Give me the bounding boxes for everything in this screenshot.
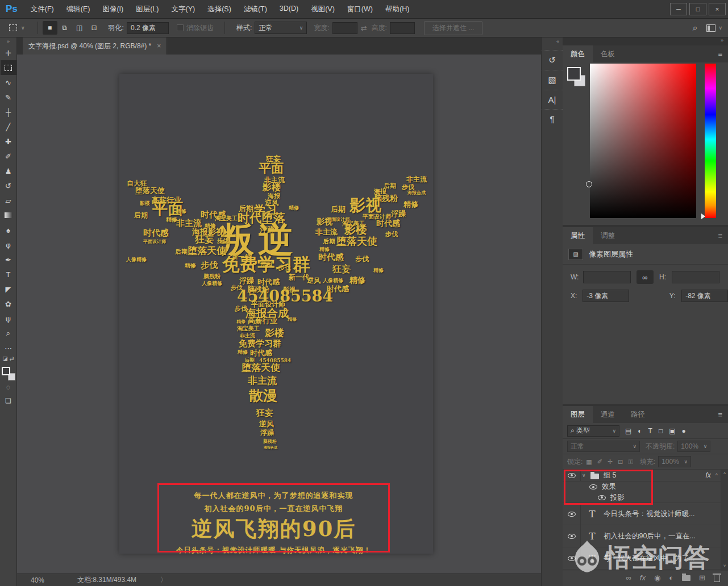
height-input[interactable] <box>390 22 415 34</box>
lock-artboard-icon[interactable]: ⊡ <box>618 458 623 466</box>
status-arrow-icon[interactable]: 〉 <box>160 575 167 585</box>
quick-mask-button[interactable]: ◌ <box>6 380 10 394</box>
eyedropper-tool[interactable]: ╱ <box>1 119 16 134</box>
custom-shape-tool[interactable]: ✿ <box>1 296 16 311</box>
dodge-tool[interactable]: φ <box>1 237 16 252</box>
workspace-icon[interactable] <box>706 24 715 32</box>
adjustment-icon[interactable]: ◐ <box>669 574 673 582</box>
properties-tab-1[interactable]: 属性 <box>563 227 593 244</box>
dock-collapse-icon[interactable]: « <box>542 37 563 45</box>
color-tab-2[interactable]: 色板 <box>593 45 623 62</box>
blur-tool[interactable]: ♠ <box>1 223 16 237</box>
fx-badge[interactable]: fx <box>705 471 710 479</box>
hue-slider-pointer[interactable] <box>701 214 705 219</box>
close-button[interactable]: × <box>709 3 726 15</box>
layer-row[interactable]: T初入社会的90后中，一直在... <box>563 525 728 547</box>
y-field[interactable]: -82 像素 <box>681 290 728 302</box>
eye-icon[interactable] <box>568 512 576 517</box>
edit-toolbar[interactable]: ⋯ <box>1 341 16 355</box>
layer-row[interactable]: T今日头条号：视觉设计师暖... <box>563 503 728 525</box>
menu-item-4[interactable]: 图层(L) <box>130 5 165 14</box>
select-and-mask-button[interactable]: 选择并遮住 ... <box>424 21 482 35</box>
styles-panel-icon[interactable]: ▧ <box>542 70 563 85</box>
layers-panel-menu-icon[interactable]: ≡ <box>712 406 728 423</box>
swap-dimensions-icon[interactable]: ⇄ <box>361 24 367 32</box>
height-field[interactable] <box>672 271 719 283</box>
clone-stamp-tool[interactable]: ♟ <box>1 164 16 178</box>
zoom-tool[interactable]: ⌕ <box>1 326 16 341</box>
properties-panel-menu-icon[interactable]: ≡ <box>712 227 728 244</box>
selection-mode-button-3[interactable]: ◫ <box>72 21 87 35</box>
selection-mode-button-1[interactable]: ■ <box>43 21 57 35</box>
layers-scrollbar[interactable]: ˄ ˅ <box>721 470 728 571</box>
lock-all-icon[interactable]: ⚿ <box>628 458 633 466</box>
document-tab[interactable]: 文字海报.psd @ 40% (图层 2, RGB/8#) * × <box>23 37 167 55</box>
mask-icon[interactable]: ◉ <box>654 574 660 582</box>
poster-document[interactable]: 狂妄平面非主流影楼海报逆风学习后期精修时代堕落浮躁叛逆新一代逆风步伐免费学习群浮… <box>119 74 433 554</box>
maximize-button[interactable]: □ <box>689 3 706 15</box>
foreground-color-swatch[interactable] <box>2 367 10 375</box>
feather-input[interactable]: 0.2 像素 <box>127 22 169 34</box>
filter-pixel-icon[interactable]: ▤ <box>625 427 631 435</box>
foreground-color-swatch[interactable] <box>567 67 581 81</box>
hand-tool[interactable]: ψ <box>1 311 16 326</box>
paragraph-panel-icon[interactable]: ¶ <box>542 109 563 124</box>
tool-preset-picker[interactable]: ∨ <box>7 23 27 32</box>
move-tool[interactable]: ✛ <box>1 45 16 60</box>
width-input[interactable] <box>332 22 357 34</box>
visibility-cell[interactable] <box>563 503 581 525</box>
menu-item-3[interactable]: 图像(I) <box>96 5 130 14</box>
antialias-checkbox[interactable] <box>177 24 184 31</box>
saturation-brightness-field[interactable] <box>590 64 696 218</box>
spot-healing-brush-tool[interactable]: ✚ <box>1 134 16 149</box>
layer-row[interactable]: T每一代人都在逆风中，为了... <box>563 547 728 570</box>
fill-select[interactable]: 100%∨ <box>658 456 691 467</box>
layers-tab-2[interactable]: 通道 <box>593 406 623 423</box>
menu-item-10[interactable]: 窗口(W) <box>341 5 379 14</box>
visibility-cell[interactable] <box>563 525 581 547</box>
layers-tab-1[interactable]: 图层 <box>563 406 593 423</box>
lasso-tool[interactable]: ∿ <box>1 75 16 90</box>
layer-name[interactable]: 初入社会的90后中，一直在... <box>604 531 696 541</box>
link-dimensions-icon[interactable]: ∞ <box>637 270 654 284</box>
x-field[interactable]: -3 像素 <box>583 290 629 302</box>
layer-filter-select[interactable]: ⌕ 类型 ∨ <box>567 425 619 437</box>
collapse-effects-icon[interactable]: ^ <box>715 472 718 478</box>
filter-adjustment-icon[interactable]: ◐ <box>638 427 642 435</box>
search-icon[interactable]: ⌕ <box>693 23 697 33</box>
color-tab-1[interactable]: 颜色 <box>563 45 593 62</box>
menu-item-9[interactable]: 视图(V) <box>305 5 341 14</box>
history-brush-tool[interactable]: ↺ <box>1 178 16 193</box>
filter-toggle-icon[interactable]: ● <box>682 427 686 435</box>
hue-slider[interactable] <box>705 64 716 218</box>
style-select[interactable]: 正常∨ <box>255 22 307 34</box>
close-icon[interactable]: × <box>157 42 161 50</box>
lock-pixels-icon[interactable]: ✐ <box>597 458 602 466</box>
zoom-level[interactable]: 40% <box>31 576 44 584</box>
character-panel-icon[interactable]: A| <box>542 90 563 104</box>
layers-tab-3[interactable]: 路径 <box>623 406 653 423</box>
filter-smart-object-icon[interactable]: ▣ <box>669 427 675 435</box>
selection-mode-button-2[interactable]: ⧉ <box>57 21 72 35</box>
new-layer-icon[interactable]: ⊞ <box>699 574 705 582</box>
color-swatches[interactable] <box>2 367 15 380</box>
chevron-down-icon[interactable]: ∨ <box>718 25 722 31</box>
type-tool[interactable]: T <box>1 267 16 282</box>
menu-item-1[interactable]: 文件(F) <box>24 5 60 14</box>
opacity-select[interactable]: 100%∨ <box>677 441 710 452</box>
menu-item-5[interactable]: 文字(Y) <box>165 5 202 14</box>
filter-type-icon[interactable]: T <box>648 427 652 435</box>
toolbar-collapse-icon[interactable]: » <box>7 37 10 45</box>
layer-name[interactable]: 今日头条号：视觉设计师暖... <box>604 509 694 519</box>
menu-item-2[interactable]: 编辑(E) <box>60 5 97 14</box>
delete-layer-icon[interactable] <box>714 575 720 582</box>
path-selection-tool[interactable]: ◤ <box>1 282 16 296</box>
visibility-cell[interactable] <box>563 547 581 569</box>
minimize-button[interactable]: ─ <box>670 3 687 15</box>
fx-icon[interactable]: fx <box>640 574 646 582</box>
properties-tab-2[interactable]: 调整 <box>593 227 623 244</box>
new-group-icon[interactable] <box>682 575 690 581</box>
filter-shape-icon[interactable]: □ <box>659 427 663 435</box>
quick-selection-tool[interactable]: ✎ <box>1 90 16 104</box>
selection-mode-button-4[interactable]: ⊡ <box>87 21 102 35</box>
